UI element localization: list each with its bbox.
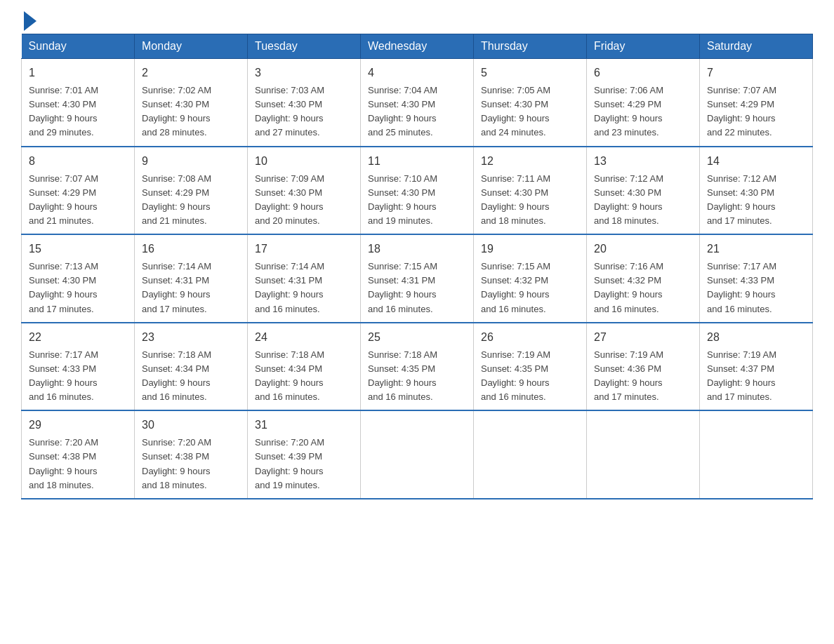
day-number: 12 [481,153,579,170]
day-number: 1 [29,65,127,81]
calendar-day-cell: 6Sunrise: 7:06 AMSunset: 4:29 PMDaylight… [587,59,700,147]
day-number: 17 [255,241,353,257]
day-number: 14 [707,153,805,170]
day-info: Sunrise: 7:18 AMSunset: 4:35 PMDaylight:… [368,348,466,405]
calendar-week-row: 29Sunrise: 7:20 AMSunset: 4:38 PMDayligh… [22,410,813,499]
calendar-day-cell: 15Sunrise: 7:13 AMSunset: 4:30 PMDayligh… [22,234,135,323]
calendar-day-cell: 20Sunrise: 7:16 AMSunset: 4:32 PMDayligh… [587,234,700,323]
calendar-day-cell: 29Sunrise: 7:20 AMSunset: 4:38 PMDayligh… [22,410,135,499]
day-info: Sunrise: 7:04 AMSunset: 4:30 PMDaylight:… [368,83,466,140]
calendar-day-cell [474,410,587,499]
calendar-day-cell: 26Sunrise: 7:19 AMSunset: 4:35 PMDayligh… [474,323,587,411]
calendar-week-row: 1Sunrise: 7:01 AMSunset: 4:30 PMDaylight… [22,59,813,147]
day-info: Sunrise: 7:15 AMSunset: 4:32 PMDaylight:… [481,260,579,316]
day-number: 10 [255,153,353,170]
weekday-header-monday: Monday [135,34,248,59]
day-number: 29 [29,417,127,434]
day-number: 5 [481,65,579,81]
weekday-header-friday: Friday [587,34,700,59]
calendar-day-cell: 2Sunrise: 7:02 AMSunset: 4:30 PMDaylight… [135,59,248,147]
weekday-header-tuesday: Tuesday [248,34,361,59]
day-number: 8 [29,153,127,170]
day-info: Sunrise: 7:20 AMSunset: 4:39 PMDaylight:… [255,436,353,492]
calendar-day-cell: 13Sunrise: 7:12 AMSunset: 4:30 PMDayligh… [587,147,700,235]
day-info: Sunrise: 7:13 AMSunset: 4:30 PMDaylight:… [29,260,127,316]
day-number: 27 [594,329,692,346]
day-info: Sunrise: 7:20 AMSunset: 4:38 PMDaylight:… [29,436,127,492]
day-info: Sunrise: 7:12 AMSunset: 4:30 PMDaylight:… [594,172,692,229]
logo-arrow-icon [24,11,37,31]
day-info: Sunrise: 7:17 AMSunset: 4:33 PMDaylight:… [29,348,127,405]
calendar-day-cell: 24Sunrise: 7:18 AMSunset: 4:34 PMDayligh… [248,323,361,411]
calendar-day-cell: 21Sunrise: 7:17 AMSunset: 4:33 PMDayligh… [700,234,813,323]
day-info: Sunrise: 7:10 AMSunset: 4:30 PMDaylight:… [368,172,466,229]
day-number: 6 [594,65,692,81]
day-info: Sunrise: 7:05 AMSunset: 4:30 PMDaylight:… [481,83,579,140]
calendar-day-cell: 8Sunrise: 7:07 AMSunset: 4:29 PMDaylight… [22,147,135,235]
calendar-day-cell: 22Sunrise: 7:17 AMSunset: 4:33 PMDayligh… [22,323,135,411]
day-number: 18 [368,241,466,257]
calendar-day-cell: 11Sunrise: 7:10 AMSunset: 4:30 PMDayligh… [361,147,474,235]
day-number: 15 [29,241,127,257]
day-info: Sunrise: 7:18 AMSunset: 4:34 PMDaylight:… [142,348,240,405]
day-info: Sunrise: 7:16 AMSunset: 4:32 PMDaylight:… [594,260,692,316]
day-info: Sunrise: 7:06 AMSunset: 4:29 PMDaylight:… [594,83,692,140]
calendar-day-cell: 18Sunrise: 7:15 AMSunset: 4:31 PMDayligh… [361,234,474,323]
day-info: Sunrise: 7:15 AMSunset: 4:31 PMDaylight:… [368,260,466,316]
day-info: Sunrise: 7:20 AMSunset: 4:38 PMDaylight:… [142,436,240,492]
weekday-header-sunday: Sunday [22,34,135,59]
calendar-day-cell: 28Sunrise: 7:19 AMSunset: 4:37 PMDayligh… [700,323,813,411]
day-number: 22 [29,329,127,346]
day-number: 11 [368,153,466,170]
calendar-day-cell: 9Sunrise: 7:08 AMSunset: 4:29 PMDaylight… [135,147,248,235]
day-number: 2 [142,65,240,81]
day-info: Sunrise: 7:12 AMSunset: 4:30 PMDaylight:… [707,172,805,229]
day-number: 26 [481,329,579,346]
day-number: 3 [255,65,353,81]
calendar-week-row: 15Sunrise: 7:13 AMSunset: 4:30 PMDayligh… [22,234,813,323]
calendar-day-cell: 23Sunrise: 7:18 AMSunset: 4:34 PMDayligh… [135,323,248,411]
calendar-day-cell: 16Sunrise: 7:14 AMSunset: 4:31 PMDayligh… [135,234,248,323]
weekday-header-thursday: Thursday [474,34,587,59]
calendar-table: SundayMondayTuesdayWednesdayThursdayFrid… [21,34,813,499]
day-info: Sunrise: 7:03 AMSunset: 4:30 PMDaylight:… [255,83,353,140]
calendar-day-cell [361,410,474,499]
calendar-day-cell: 27Sunrise: 7:19 AMSunset: 4:36 PMDayligh… [587,323,700,411]
calendar-day-cell [700,410,813,499]
day-info: Sunrise: 7:14 AMSunset: 4:31 PMDaylight:… [255,260,353,316]
calendar-day-cell: 10Sunrise: 7:09 AMSunset: 4:30 PMDayligh… [248,147,361,235]
page-header [21,14,813,27]
calendar-day-cell: 1Sunrise: 7:01 AMSunset: 4:30 PMDaylight… [22,59,135,147]
calendar-day-cell: 12Sunrise: 7:11 AMSunset: 4:30 PMDayligh… [474,147,587,235]
day-info: Sunrise: 7:09 AMSunset: 4:30 PMDaylight:… [255,172,353,229]
day-number: 25 [368,329,466,346]
day-number: 31 [255,417,353,434]
day-number: 16 [142,241,240,257]
day-info: Sunrise: 7:07 AMSunset: 4:29 PMDaylight:… [707,83,805,140]
calendar-day-cell: 7Sunrise: 7:07 AMSunset: 4:29 PMDaylight… [700,59,813,147]
day-info: Sunrise: 7:17 AMSunset: 4:33 PMDaylight:… [707,260,805,316]
weekday-header-wednesday: Wednesday [361,34,474,59]
calendar-day-cell: 5Sunrise: 7:05 AMSunset: 4:30 PMDaylight… [474,59,587,147]
day-number: 23 [142,329,240,346]
day-number: 30 [142,417,240,434]
weekday-header-row: SundayMondayTuesdayWednesdayThursdayFrid… [22,34,813,59]
calendar-day-cell: 30Sunrise: 7:20 AMSunset: 4:38 PMDayligh… [135,410,248,499]
calendar-day-cell: 4Sunrise: 7:04 AMSunset: 4:30 PMDaylight… [361,59,474,147]
day-info: Sunrise: 7:11 AMSunset: 4:30 PMDaylight:… [481,172,579,229]
day-info: Sunrise: 7:18 AMSunset: 4:34 PMDaylight:… [255,348,353,405]
day-info: Sunrise: 7:19 AMSunset: 4:36 PMDaylight:… [594,348,692,405]
day-info: Sunrise: 7:07 AMSunset: 4:29 PMDaylight:… [29,172,127,229]
logo [21,14,37,27]
calendar-day-cell: 14Sunrise: 7:12 AMSunset: 4:30 PMDayligh… [700,147,813,235]
day-info: Sunrise: 7:01 AMSunset: 4:30 PMDaylight:… [29,83,127,140]
day-number: 13 [594,153,692,170]
day-number: 24 [255,329,353,346]
day-info: Sunrise: 7:02 AMSunset: 4:30 PMDaylight:… [142,83,240,140]
day-number: 7 [707,65,805,81]
day-number: 9 [142,153,240,170]
day-number: 28 [707,329,805,346]
day-info: Sunrise: 7:08 AMSunset: 4:29 PMDaylight:… [142,172,240,229]
day-number: 19 [481,241,579,257]
weekday-header-saturday: Saturday [700,34,813,59]
